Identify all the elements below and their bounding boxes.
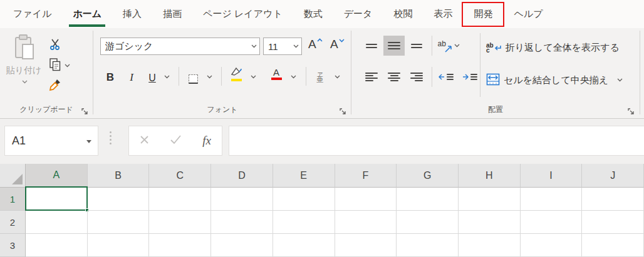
formula-bar-resize-handle[interactable] <box>110 131 112 144</box>
row-header-1[interactable]: 1 <box>0 188 26 211</box>
column-header-C[interactable]: C <box>149 164 211 188</box>
align-middle-button[interactable] <box>383 36 405 56</box>
align-left-button[interactable] <box>362 68 381 86</box>
phonetic-guide-button[interactable]: ア 亜 <box>312 66 328 83</box>
font-color-chevron-icon[interactable] <box>291 75 295 79</box>
wrap-text-icon: ab c <box>486 43 502 53</box>
italic-icon: I <box>130 71 133 84</box>
cell-G2[interactable] <box>397 211 459 234</box>
column-header-I[interactable]: I <box>521 164 583 188</box>
clipboard-dialog-launcher[interactable] <box>80 107 90 116</box>
tab-校閲[interactable]: 校閲 <box>383 0 423 28</box>
cell-B3[interactable] <box>88 234 150 257</box>
clipboard-group-label: クリップボード <box>0 104 93 115</box>
underline-chevron-icon[interactable] <box>164 75 169 79</box>
alignment-dialog-launcher[interactable] <box>626 107 636 116</box>
increase-font-size-button[interactable]: A <box>308 38 323 51</box>
cell-A2[interactable] <box>26 211 88 234</box>
row-header-2[interactable]: 2 <box>0 211 26 234</box>
cell-F3[interactable] <box>335 234 397 257</box>
cut-button[interactable] <box>46 37 75 54</box>
fill-color-button[interactable] <box>228 66 244 83</box>
tab-表示[interactable]: 表示 <box>423 0 463 28</box>
cell-I3[interactable] <box>521 234 583 257</box>
italic-button[interactable]: I <box>124 68 139 85</box>
column-header-A[interactable]: A <box>26 164 88 188</box>
bold-button[interactable]: B <box>103 68 118 85</box>
tab-ページ レイアウト[interactable]: ページ レイアウト <box>192 0 293 28</box>
cell-G1[interactable] <box>397 188 459 211</box>
column-header-F[interactable]: F <box>335 164 397 188</box>
column-header-G[interactable]: G <box>397 164 459 188</box>
font-color-button[interactable]: A <box>268 66 284 83</box>
cell-F1[interactable] <box>335 188 397 211</box>
cell-H3[interactable] <box>459 234 521 257</box>
cell-J3[interactable] <box>582 234 644 257</box>
cell-C1[interactable] <box>149 188 211 211</box>
font-name-combo[interactable]: 游ゴシック <box>100 38 260 55</box>
cell-B2[interactable] <box>88 211 150 234</box>
cell-A1[interactable] <box>26 188 88 211</box>
column-header-E[interactable]: E <box>273 164 335 188</box>
enter-button[interactable] <box>170 135 181 146</box>
wrap-text-button[interactable]: ab c 折り返して全体を表示する <box>486 42 620 54</box>
borders-chevron-icon[interactable] <box>207 75 211 79</box>
tab-数式[interactable]: 数式 <box>293 0 333 28</box>
tab-ファイル[interactable]: ファイル <box>3 0 62 28</box>
fill-color-chevron-icon[interactable] <box>251 75 255 79</box>
align-center-button[interactable] <box>385 68 403 86</box>
formula-input[interactable] <box>229 126 644 156</box>
font-name-value: 游ゴシック <box>101 41 251 53</box>
tab-データ[interactable]: データ <box>333 0 383 28</box>
cell-I2[interactable] <box>521 211 583 234</box>
cell-C3[interactable] <box>149 234 211 257</box>
column-header-D[interactable]: D <box>211 164 273 188</box>
column-header-B[interactable]: B <box>88 164 150 188</box>
cell-D3[interactable] <box>211 234 273 257</box>
cell-D1[interactable] <box>211 188 273 211</box>
select-all-button[interactable] <box>0 164 26 188</box>
tab-挿入[interactable]: 挿入 <box>112 0 152 28</box>
name-box[interactable]: A1 <box>4 126 98 156</box>
align-top-button[interactable] <box>362 37 381 54</box>
align-right-button[interactable] <box>407 68 426 86</box>
tab-描画[interactable]: 描画 <box>152 0 192 28</box>
cell-H2[interactable] <box>459 211 521 234</box>
cell-J2[interactable] <box>582 211 644 234</box>
cell-I1[interactable] <box>521 188 583 211</box>
increase-indent-button[interactable] <box>460 68 480 86</box>
tab-ホーム[interactable]: ホーム <box>62 0 112 28</box>
phonetic-chevron-icon[interactable] <box>335 75 339 79</box>
insert-function-button[interactable]: fx <box>202 134 211 148</box>
cell-C2[interactable] <box>149 211 211 234</box>
underline-button[interactable]: U <box>145 68 159 85</box>
cell-E3[interactable] <box>273 234 335 257</box>
tab-ヘルプ[interactable]: ヘルプ <box>503 0 553 28</box>
cell-J1[interactable] <box>582 188 644 211</box>
format-painter-button[interactable] <box>46 77 75 94</box>
row-header-3[interactable]: 3 <box>0 234 26 257</box>
orientation-button[interactable]: ab <box>436 36 460 56</box>
cancel-button[interactable] <box>140 135 149 147</box>
cell-H1[interactable] <box>459 188 521 211</box>
name-box-dropdown-icon[interactable] <box>86 140 91 143</box>
merge-center-button[interactable]: セルを結合して中央揃え <box>486 73 621 88</box>
align-bottom-button[interactable] <box>407 37 426 54</box>
cell-E1[interactable] <box>273 188 335 211</box>
decrease-font-size-button[interactable]: A <box>330 38 345 51</box>
borders-button[interactable] <box>185 68 200 85</box>
cell-B1[interactable] <box>88 188 150 211</box>
decrease-indent-button[interactable] <box>436 68 456 86</box>
tab-開発[interactable]: 開発 <box>463 0 503 28</box>
paste-button[interactable]: 貼り付け <box>5 33 43 101</box>
copy-button[interactable] <box>46 57 75 74</box>
column-header-H[interactable]: H <box>459 164 521 188</box>
column-header-J[interactable]: J <box>582 164 644 188</box>
font-size-combo[interactable]: 11 <box>263 38 302 55</box>
font-dialog-launcher[interactable] <box>338 107 348 116</box>
cell-D2[interactable] <box>211 211 273 234</box>
cell-E2[interactable] <box>273 211 335 234</box>
cell-A3[interactable] <box>26 234 88 257</box>
cell-G3[interactable] <box>397 234 459 257</box>
cell-F2[interactable] <box>335 211 397 234</box>
